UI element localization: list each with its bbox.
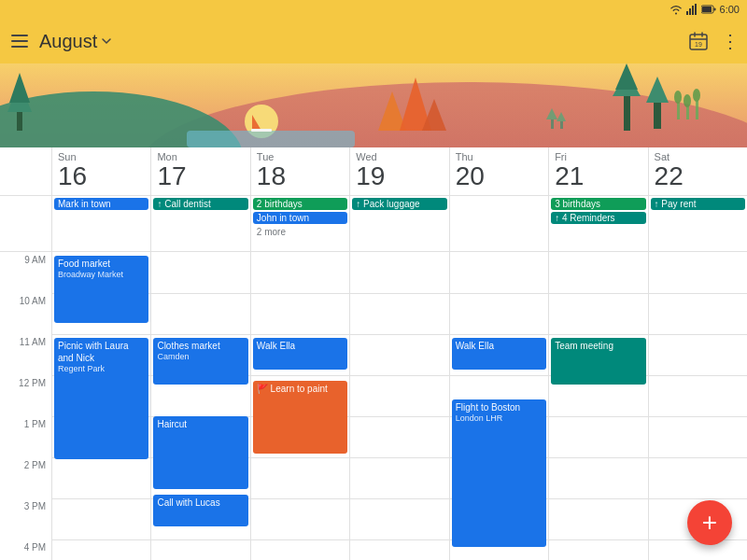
allday-cell-mon: ↑ Call dentist: [150, 196, 249, 251]
event-team-meeting[interactable]: Team meeting: [551, 338, 645, 385]
time-column: 9 AM 10 AM 11 AM 12 PM 1 PM 2 PM 3 PM 4 …: [0, 252, 51, 560]
day-header-wed: Wed 19: [349, 147, 448, 195]
signal-icon: [686, 4, 698, 15]
svg-rect-5: [713, 8, 715, 11]
day-header-sat: Sat 22: [648, 147, 747, 195]
event-picnic[interactable]: Picnic with Laura and Nick Regent Park: [54, 338, 148, 459]
time-display: 6:00: [720, 4, 740, 15]
event-walk-ella-thu[interactable]: Walk Ella: [452, 338, 546, 370]
allday-cell-tue: 2 birthdays John in town 2 more: [250, 196, 349, 251]
status-bar: 6:00: [0, 0, 747, 19]
allday-cell-fri: 3 birthdays ↑ 4 Reminders: [548, 196, 647, 251]
allday-cell-thu: [449, 196, 548, 251]
day-header-sun: Sun 16: [51, 147, 150, 195]
event-walk-ella-tue[interactable]: Walk Ella: [253, 338, 347, 370]
day-column-thu[interactable]: Walk Ella Flight to Boston London LHR: [449, 252, 548, 560]
allday-event[interactable]: Mark in town: [54, 198, 148, 210]
add-event-fab[interactable]: +: [687, 500, 732, 545]
svg-rect-2: [692, 6, 694, 15]
chevron-down-icon: [99, 34, 114, 49]
battery-icon: [701, 5, 716, 14]
svg-rect-0: [686, 11, 688, 15]
day-column-fri[interactable]: Team meeting: [548, 252, 647, 560]
time-label-1pm: 1 PM: [0, 416, 51, 457]
banner-svg: [0, 63, 747, 147]
allday-event[interactable]: 3 birthdays: [551, 198, 645, 210]
time-label-10am: 10 AM: [0, 293, 51, 334]
svg-rect-6: [702, 7, 712, 12]
allday-event[interactable]: ↑ 4 Reminders: [551, 212, 645, 224]
allday-cell-sun: Mark in town: [51, 196, 150, 251]
calendar-button[interactable]: 19: [687, 30, 710, 52]
day-header-mon: Mon 17: [150, 147, 249, 195]
time-label-2pm: 2 PM: [0, 457, 51, 498]
allday-cell-wed: ↑ Pack luggage: [349, 196, 448, 251]
svg-rect-3: [695, 4, 697, 15]
time-label-9am: 9 AM: [0, 252, 51, 293]
event-haircut[interactable]: Haircut: [153, 416, 247, 489]
day-column-tue[interactable]: Walk Ella 🚩 Learn to paint: [250, 252, 349, 560]
svg-rect-13: [187, 131, 355, 147]
allday-event[interactable]: ↑ Pack luggage: [352, 198, 446, 210]
event-clothes-market[interactable]: Clothes market Camden: [153, 338, 247, 385]
time-grid: 9 AM 10 AM 11 AM 12 PM 1 PM 2 PM 3 PM 4 …: [0, 252, 747, 560]
allday-row: Mark in town ↑ Call dentist 2 birthdays …: [0, 196, 747, 252]
svg-rect-1: [689, 8, 691, 15]
more-events-label[interactable]: 2 more: [253, 226, 347, 238]
status-icons: 6:00: [669, 4, 740, 15]
app-header: August 19 ⋮: [0, 19, 747, 63]
allday-event[interactable]: John in town: [253, 212, 347, 224]
svg-point-30: [684, 94, 691, 107]
wifi-icon: [669, 4, 683, 15]
allday-event[interactable]: ↑ Call dentist: [153, 198, 247, 210]
banner-illustration: [0, 63, 747, 147]
allday-cell-sat: ↑ Pay rent: [648, 196, 747, 251]
allday-event[interactable]: ↑ Pay rent: [651, 198, 745, 210]
event-call-lucas[interactable]: Call with Lucas: [153, 495, 247, 526]
svg-point-32: [693, 89, 700, 102]
svg-rect-22: [624, 91, 630, 131]
svg-point-28: [674, 91, 682, 104]
day-headers-row: Sun 16 Mon 17 Tue 18 Wed 19 Thu 20 Fri 2…: [0, 147, 747, 196]
more-options-button[interactable]: ⋮: [721, 30, 740, 52]
day-column-sun[interactable]: Food market Broadway Market Picnic with …: [51, 252, 150, 560]
calendar-icon: 19: [688, 31, 709, 51]
time-label-4pm: 4 PM: [0, 539, 51, 560]
day-header-tue: Tue 18: [250, 147, 349, 195]
time-gutter-header: [0, 147, 51, 195]
day-header-thu: Thu 20: [449, 147, 548, 195]
svg-text:19: 19: [695, 41, 702, 48]
event-flight-boston[interactable]: Flight to Boston London LHR: [452, 399, 546, 547]
day-column-mon[interactable]: Clothes market Camden Haircut Call with …: [150, 252, 249, 560]
allday-gutter: [0, 196, 51, 251]
menu-button[interactable]: [7, 31, 32, 51]
allday-event[interactable]: 2 birthdays: [253, 198, 347, 210]
time-label-3pm: 3 PM: [0, 498, 51, 539]
event-food-market[interactable]: Food market Broadway Market: [54, 256, 148, 323]
time-label-11am: 11 AM: [0, 334, 51, 375]
month-title[interactable]: August: [39, 31, 114, 52]
calendar-container: Sun 16 Mon 17 Tue 18 Wed 19 Thu 20 Fri 2…: [0, 147, 747, 560]
svg-rect-15: [251, 129, 272, 132]
event-learn-paint[interactable]: 🚩 Learn to paint: [253, 381, 347, 454]
day-header-fri: Fri 21: [548, 147, 647, 195]
time-label-12pm: 12 PM: [0, 375, 51, 416]
day-column-wed[interactable]: [349, 252, 448, 560]
